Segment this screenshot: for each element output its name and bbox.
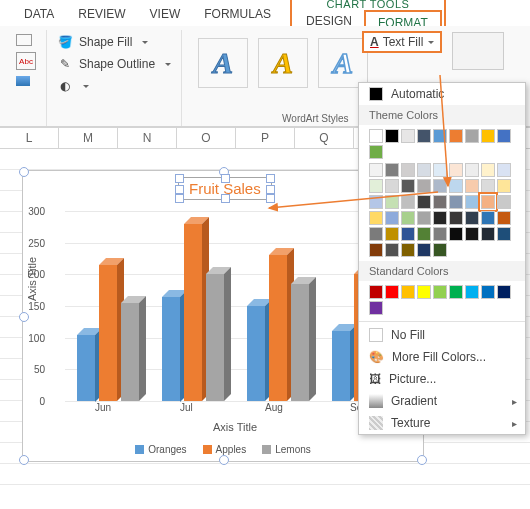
- color-swatch[interactable]: [369, 179, 383, 193]
- color-swatch[interactable]: [385, 227, 399, 241]
- color-swatch[interactable]: [465, 179, 479, 193]
- color-swatch[interactable]: [369, 227, 383, 241]
- wordart-style-2[interactable]: A: [258, 38, 308, 88]
- color-swatch[interactable]: [497, 211, 511, 225]
- color-swatch[interactable]: [369, 129, 383, 143]
- color-swatch[interactable]: [417, 227, 431, 241]
- tab-view[interactable]: VIEW: [138, 3, 193, 26]
- tab-data[interactable]: DATA: [12, 3, 66, 26]
- col-header[interactable]: P: [236, 128, 295, 148]
- color-swatch[interactable]: [417, 179, 431, 193]
- color-swatch[interactable]: [417, 243, 431, 257]
- color-swatch[interactable]: [433, 163, 447, 177]
- color-swatch[interactable]: [433, 243, 447, 257]
- shape-effects-button[interactable]: ◐: [53, 76, 175, 96]
- no-fill-option[interactable]: No Fill: [359, 324, 525, 346]
- color-swatch[interactable]: [401, 195, 415, 209]
- color-swatch[interactable]: [369, 301, 383, 315]
- picture-option[interactable]: 🖼 Picture...: [359, 368, 525, 390]
- color-swatch[interactable]: [385, 195, 399, 209]
- color-swatch[interactable]: [417, 211, 431, 225]
- chart-title[interactable]: Fruit Sales: [178, 177, 272, 200]
- color-swatch[interactable]: [481, 129, 495, 143]
- automatic-option[interactable]: Automatic: [359, 83, 525, 105]
- color-swatch[interactable]: [465, 211, 479, 225]
- color-swatch[interactable]: [369, 145, 383, 159]
- color-swatch[interactable]: [401, 211, 415, 225]
- color-swatch[interactable]: [385, 179, 399, 193]
- color-swatch[interactable]: [481, 163, 495, 177]
- color-swatch[interactable]: [385, 243, 399, 257]
- more-fill-colors-option[interactable]: 🎨 More Fill Colors...: [359, 346, 525, 368]
- color-swatch[interactable]: [497, 227, 511, 241]
- color-swatch[interactable]: [481, 227, 495, 241]
- styles-button-2[interactable]: Abc: [12, 50, 40, 72]
- color-swatch[interactable]: [497, 285, 511, 299]
- color-swatch[interactable]: [417, 163, 431, 177]
- col-header[interactable]: O: [177, 128, 236, 148]
- col-header[interactable]: M: [59, 128, 118, 148]
- shape-fill-button[interactable]: 🪣Shape Fill: [53, 32, 175, 52]
- color-swatch[interactable]: [369, 243, 383, 257]
- color-swatch[interactable]: [369, 285, 383, 299]
- color-swatch[interactable]: [417, 285, 431, 299]
- color-swatch[interactable]: [369, 211, 383, 225]
- color-swatch[interactable]: [433, 285, 447, 299]
- color-swatch[interactable]: [497, 195, 511, 209]
- color-swatch[interactable]: [449, 179, 463, 193]
- color-swatch[interactable]: [481, 285, 495, 299]
- color-swatch[interactable]: [433, 129, 447, 143]
- color-swatch[interactable]: [385, 285, 399, 299]
- legend-item[interactable]: Apples: [203, 444, 247, 455]
- chart-plot-area[interactable]: [65, 211, 405, 401]
- gradient-option[interactable]: Gradient: [359, 390, 525, 412]
- color-swatch[interactable]: [481, 211, 495, 225]
- col-header[interactable]: Q: [295, 128, 354, 148]
- color-swatch[interactable]: [401, 129, 415, 143]
- styles-button-3[interactable]: [12, 74, 40, 88]
- color-swatch[interactable]: [433, 211, 447, 225]
- text-fill-button[interactable]: A Text Fill: [362, 31, 442, 53]
- color-swatch[interactable]: [449, 129, 463, 143]
- color-swatch[interactable]: [385, 211, 399, 225]
- color-swatch[interactable]: [449, 285, 463, 299]
- color-swatch[interactable]: [401, 227, 415, 241]
- color-swatch[interactable]: [497, 179, 511, 193]
- color-swatch[interactable]: [401, 285, 415, 299]
- color-swatch[interactable]: [465, 129, 479, 143]
- color-swatch[interactable]: [481, 195, 495, 209]
- tab-review[interactable]: REVIEW: [66, 3, 137, 26]
- col-header[interactable]: L: [0, 128, 59, 148]
- tab-formulas[interactable]: FORMULAS: [192, 3, 283, 26]
- color-swatch[interactable]: [497, 129, 511, 143]
- minibar-icon[interactable]: [452, 32, 504, 70]
- color-swatch[interactable]: [401, 179, 415, 193]
- color-swatch[interactable]: [369, 195, 383, 209]
- color-swatch[interactable]: [401, 243, 415, 257]
- color-swatch[interactable]: [417, 129, 431, 143]
- legend-item[interactable]: Oranges: [135, 444, 186, 455]
- color-swatch[interactable]: [385, 129, 399, 143]
- color-swatch[interactable]: [369, 163, 383, 177]
- color-swatch[interactable]: [433, 179, 447, 193]
- shape-outline-button[interactable]: ✎Shape Outline: [53, 54, 175, 74]
- color-swatch[interactable]: [465, 163, 479, 177]
- color-swatch[interactable]: [465, 285, 479, 299]
- texture-option[interactable]: Texture: [359, 412, 525, 434]
- color-swatch[interactable]: [433, 195, 447, 209]
- wordart-style-1[interactable]: A: [198, 38, 248, 88]
- col-header[interactable]: N: [118, 128, 177, 148]
- color-swatch[interactable]: [465, 227, 479, 241]
- color-swatch[interactable]: [417, 195, 431, 209]
- color-swatch[interactable]: [449, 163, 463, 177]
- wordart-style-3[interactable]: A: [318, 38, 368, 88]
- x-axis-title[interactable]: Axis Title: [213, 421, 257, 433]
- color-swatch[interactable]: [449, 195, 463, 209]
- color-swatch[interactable]: [449, 227, 463, 241]
- color-swatch[interactable]: [401, 163, 415, 177]
- color-swatch[interactable]: [481, 179, 495, 193]
- color-swatch[interactable]: [497, 163, 511, 177]
- color-swatch[interactable]: [385, 163, 399, 177]
- wordart-gallery[interactable]: A A A: [188, 32, 378, 94]
- chart-legend[interactable]: OrangesApplesLemons: [23, 444, 423, 455]
